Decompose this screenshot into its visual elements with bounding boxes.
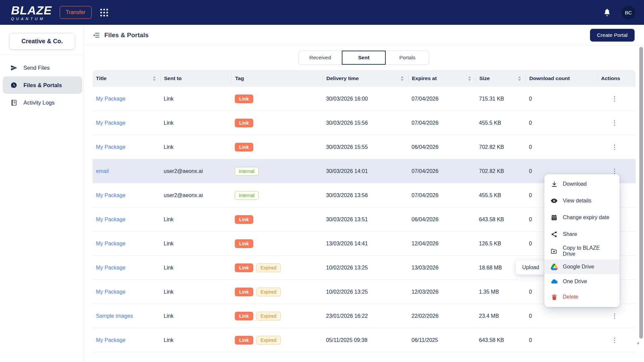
tag-badge-expired: Expired <box>256 263 281 272</box>
row-size: 702.82 KB <box>476 144 526 150</box>
row-actions-button[interactable]: ⋮ <box>609 336 620 344</box>
menu-item-change-expiry-date[interactable]: Change expiry date <box>544 209 620 226</box>
row-title-link[interactable]: My Package <box>96 217 125 222</box>
row-expires-at: 12/03/2026 <box>408 289 476 295</box>
row-delivery-time: 13/03/2026 14:41 <box>323 241 408 247</box>
row-title-link[interactable]: My Package <box>96 96 125 102</box>
column-label: Actions <box>601 75 620 81</box>
row-expires-at: 13/03/2026 <box>408 265 476 271</box>
scroll-down-arrow-icon[interactable]: ▾ <box>637 341 639 346</box>
row-title-link[interactable]: My Package <box>96 265 125 270</box>
row-tags: Internal <box>231 167 323 176</box>
tab-portals[interactable]: Portals <box>385 51 429 65</box>
sidebar-item-activity-logs[interactable]: Activity Logs <box>3 94 82 111</box>
row-delivery-time: 10/02/2026 13:25 <box>323 265 408 271</box>
row-download-count: 0 <box>526 96 597 102</box>
column-header-size[interactable]: Size <box>476 74 526 83</box>
row-delivery-time: 30/03/2026 13:56 <box>323 192 408 198</box>
row-tags: Link <box>231 239 323 248</box>
column-header-title[interactable]: Title <box>93 74 160 83</box>
row-download-count: 0 <box>526 144 597 150</box>
row-delivery-time: 30/03/2026 15:55 <box>323 144 408 150</box>
tab-sent[interactable]: Sent <box>342 51 386 65</box>
row-actions-button[interactable]: ⋮ <box>609 95 620 103</box>
sidebar-item-files-portals[interactable]: Files & Portals <box>3 76 82 94</box>
row-title-link[interactable]: My Package <box>96 192 125 198</box>
navbar-right: BC <box>603 6 635 19</box>
row-expires-at: 07/04/2026 <box>408 120 476 126</box>
sort-icon <box>401 76 404 81</box>
folder-arrow-icon <box>550 248 558 255</box>
row-size: 455.5 KB <box>476 120 526 126</box>
row-tags: Link <box>231 119 323 127</box>
create-portal-button[interactable]: Create Portal <box>590 29 635 42</box>
sidebar-collapse-icon[interactable] <box>93 32 100 39</box>
row-title-link[interactable]: My Package <box>96 144 125 150</box>
row-expires-at: 07/04/2026 <box>408 192 476 198</box>
row-size: 702.82 KB <box>476 168 526 174</box>
menu-item-label: Change expiry date <box>563 215 609 221</box>
row-actions-button[interactable]: ⋮ <box>609 167 620 175</box>
row-tags: Link <box>231 143 323 152</box>
top-navbar: BLAZE QUANTUM Transfer BC <box>0 0 644 25</box>
brand-logo: BLAZE QUANTUM <box>11 4 52 21</box>
column-header-download-count: Download count <box>526 74 597 83</box>
scrollbar-thumb[interactable] <box>639 47 643 339</box>
row-expires-at: 07/04/2026 <box>408 96 476 102</box>
eye-icon <box>550 197 558 204</box>
menu-item-label: Google Drive <box>563 264 594 270</box>
row-title-link[interactable]: email <box>96 168 109 174</box>
menu-item-copy-to-blaze-drive[interactable]: Copy to BLAZE Drive <box>544 243 620 259</box>
tag-badge-expired: Expired <box>256 312 281 320</box>
user-avatar[interactable]: BC <box>622 6 635 19</box>
notifications-bell-icon[interactable] <box>603 8 611 17</box>
row-actions-button[interactable]: ⋮ <box>609 119 620 127</box>
sidebar-item-label: Send Files <box>23 65 50 71</box>
row-title-link[interactable]: My Package <box>96 337 125 343</box>
tag-badge-link: Link <box>235 263 253 272</box>
row-title-link[interactable]: My Package <box>96 241 125 246</box>
row-size: 643.58 KB <box>476 337 526 343</box>
row-expires-at: 06/04/2026 <box>408 217 476 223</box>
row-sent-to: user2@aeonx.ai <box>160 168 231 174</box>
column-label: Sent to <box>164 75 182 81</box>
tag-badge-expired: Expired <box>256 288 281 296</box>
sort-icon <box>153 76 156 81</box>
menu-item-label: Share <box>563 231 577 237</box>
row-title-link[interactable]: Sample images <box>96 313 133 319</box>
menu-item-label: One Drive <box>563 279 587 285</box>
menu-item-one-drive[interactable]: One Drive <box>544 274 620 289</box>
sidebar-item-label: Files & Portals <box>23 82 62 88</box>
column-label: Size <box>479 75 490 81</box>
menu-item-view-details[interactable]: View details <box>544 192 620 209</box>
tab-received[interactable]: Received <box>298 51 342 65</box>
row-sent-to: Link <box>160 265 231 271</box>
table-row: My PackageLinkLink30/03/2026 16:0007/04/… <box>93 87 636 111</box>
menu-item-download[interactable]: Download <box>544 176 620 192</box>
row-tags: Internal <box>231 191 323 200</box>
column-header-expires-at[interactable]: Expires at <box>408 74 476 83</box>
row-delivery-time: 05/11/2025 09:38 <box>323 337 408 343</box>
menu-item-share[interactable]: Share <box>544 226 620 243</box>
sidebar-item-send-files[interactable]: Send Files <box>3 59 82 76</box>
table-header-row: TitleSent toTagDelivery timeExpires atSi… <box>93 70 636 87</box>
row-actions-button[interactable]: ⋮ <box>609 312 620 320</box>
sidebar: Creative & Co. Send FilesFiles & Portals… <box>0 25 84 362</box>
organization-button[interactable]: Creative & Co. <box>9 33 75 50</box>
column-label: Tag <box>235 75 244 81</box>
row-tags: LinkExpired <box>231 263 323 272</box>
sidebar-divider <box>0 55 83 55</box>
row-title-link[interactable]: My Package <box>96 289 125 295</box>
row-title-link[interactable]: My Package <box>96 120 125 126</box>
column-header-delivery-time[interactable]: Delivery time <box>323 74 408 83</box>
column-label: Download count <box>529 75 570 81</box>
row-actions-button[interactable]: ⋮ <box>609 143 620 151</box>
menu-item-google-drive[interactable]: Google Drive <box>544 259 620 274</box>
calendar-icon <box>550 214 558 221</box>
row-tags: Link <box>231 215 323 224</box>
brand-name: BLAZE <box>11 4 52 16</box>
transfer-button[interactable]: Transfer <box>60 6 92 19</box>
menu-item-delete[interactable]: Delete <box>544 289 620 305</box>
apps-grid-icon[interactable] <box>100 9 108 16</box>
tag-badge-internal: Internal <box>235 191 259 200</box>
